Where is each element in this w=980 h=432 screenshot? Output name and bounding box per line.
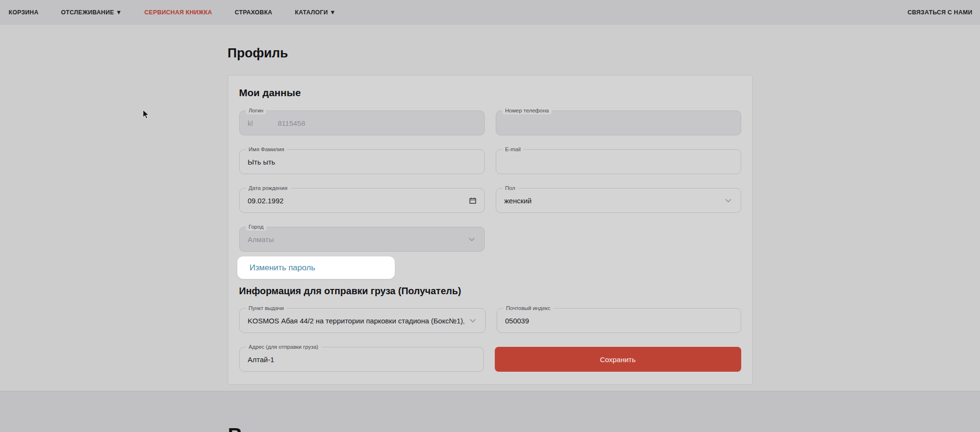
pickup-point-label: Пункт выдачи <box>246 305 287 312</box>
address-value: Алтай-1 <box>248 355 275 364</box>
calendar-icon[interactable] <box>469 197 477 204</box>
address-label: Адрес (для отправки груза) <box>246 343 322 351</box>
shipping-heading: Информация для отправки груза (Получател… <box>239 286 741 297</box>
address-field[interactable]: Адрес (для отправки груза) Алтай-1 <box>239 347 484 372</box>
footer-partial-heading: В <box>228 424 242 432</box>
gender-label: Пол <box>502 185 518 192</box>
pickup-point-select[interactable]: Пункт выдачи KOSMOS Абая 44/2 на террито… <box>239 308 486 333</box>
nav-menu: КОРЗИНА ОТСЛЕЖИВАНИЕ ▼ СЕРВИСНАЯ КНИЖКА … <box>9 9 336 16</box>
chevron-down-icon <box>724 197 732 204</box>
page-title: Профиль <box>228 25 753 61</box>
nav-item-insurance[interactable]: СТРАХОВКА <box>234 9 272 16</box>
city-label: Город <box>246 223 267 231</box>
footer-section: В <box>0 391 980 432</box>
pickup-point-value: KOSMOS Абая 44/2 на территории парковки … <box>248 317 464 325</box>
email-label: E-mail <box>502 146 524 153</box>
nav-item-cart[interactable]: КОРЗИНА <box>9 9 39 16</box>
name-value: Ыть ыть <box>248 158 276 166</box>
name-label: Имя Фамилия <box>246 146 287 153</box>
save-button[interactable]: Сохранить <box>495 347 741 372</box>
top-navbar: КОРЗИНА ОТСЛЕЖИВАНИЕ ▼ СЕРВИСНАЯ КНИЖКА … <box>0 0 980 25</box>
change-password-button[interactable]: Изменить пароль <box>237 256 395 279</box>
chevron-down-icon <box>469 317 477 324</box>
nav-item-service-book[interactable]: СЕРВИСНАЯ КНИЖКА <box>145 9 212 16</box>
email-field[interactable]: E-mail <box>496 149 741 174</box>
nav-item-tracking[interactable]: ОТСЛЕЖИВАНИЕ ▼ <box>61 9 122 16</box>
login-label: Логин <box>246 107 267 114</box>
name-field[interactable]: Имя Фамилия Ыть ыть <box>239 149 485 174</box>
nav-item-catalogs[interactable]: КАТАЛОГИ ▼ <box>295 9 335 16</box>
login-field: Логин kl 8115458 <box>239 111 485 135</box>
phone-field: Номер телефона <box>496 111 741 135</box>
city-select: Город Алматы <box>239 227 485 252</box>
city-value: Алматы <box>248 235 274 244</box>
postcode-value: 050039 <box>505 317 529 325</box>
postcode-label: Почтовый индекс <box>503 305 554 312</box>
gender-value: женский <box>504 197 532 205</box>
main-area: Профиль Мои данные Логин kl 8115458 <box>0 25 980 391</box>
gender-select[interactable]: Пол женский <box>496 188 741 213</box>
birthdate-value: 09.02.1992 <box>248 197 284 205</box>
login-value: 8115458 <box>278 119 305 127</box>
nav-item-contact-us[interactable]: СВЯЗАТЬСЯ С НАМИ <box>907 9 972 16</box>
birthdate-field[interactable]: Дата рождения 09.02.1992 <box>239 188 485 213</box>
profile-form: Логин kl 8115458 Номер телефона <box>239 111 741 372</box>
my-data-heading: Мои данные <box>239 87 741 99</box>
login-prefix: kl <box>248 119 278 127</box>
postcode-field[interactable]: Почтовый индекс 050039 <box>497 308 741 333</box>
chevron-down-icon <box>468 235 476 243</box>
phone-label: Номер телефона <box>502 107 552 114</box>
profile-card: Мои данные Логин kl 8115458 Номер телефо… <box>228 75 753 385</box>
birthdate-label: Дата рождения <box>246 185 290 192</box>
